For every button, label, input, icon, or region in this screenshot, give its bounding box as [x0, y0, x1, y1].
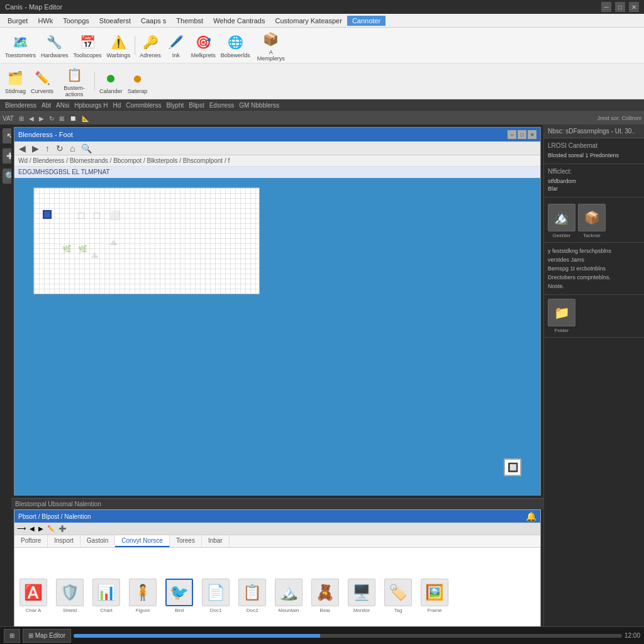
iw-tool-up[interactable]: ↑ [43, 143, 52, 154]
rs-thumb2-section: 📁 Folder [544, 295, 644, 338]
sub2-btn-4[interactable]: ▶ [39, 115, 44, 122]
asset-thumb-5: 📄 [202, 579, 230, 606]
asset-item-7[interactable]: 🏔️ Mountain [272, 579, 305, 616]
toolbar-icon-1: 🔧 [45, 32, 65, 52]
sub2-btn-3[interactable]: ◀ [29, 115, 34, 122]
toolbar2-divider [94, 72, 95, 91]
asset-tab-4[interactable]: Torees [170, 535, 202, 547]
asset-tab-2[interactable]: Gastoin [80, 535, 115, 547]
iw-tool-back[interactable]: ◀ [17, 143, 28, 154]
toolbar-group-6[interactable]: 🎯 Melkprets [191, 32, 216, 58]
asset-tab-5[interactable]: Inbar [202, 535, 230, 547]
asset-item-0[interactable]: 🅰️ Char A [17, 579, 50, 616]
toolbar2-group-3[interactable]: ● Calander [99, 68, 123, 94]
toolbar-icon-7: 🌐 [225, 32, 245, 52]
asset-tab-3[interactable]: Convyt Norsce [115, 535, 170, 547]
toolbar-group-8[interactable]: 📦 A Memplerys [255, 29, 287, 62]
toolbar-group-2[interactable]: 📅 Toolscopes [74, 32, 102, 58]
iw-tool-forward[interactable]: ▶ [30, 143, 41, 154]
sub-toolbar-item-9[interactable]: GM Nbbblerss [239, 102, 279, 109]
toolbar-label-2: Toolscopes [74, 52, 102, 58]
asset-panel-bell[interactable]: 🔔 [526, 511, 536, 521]
asset-tool-left[interactable]: ◀ [30, 525, 35, 532]
rs-list-item-2: Bemspg 1t ercbotnblns [548, 264, 640, 273]
map-minimap-icon[interactable]: 🔲 [504, 458, 521, 476]
sub-toolbar-item-2[interactable]: ANsi [56, 102, 69, 109]
menu-caaps[interactable]: Caaps s [136, 16, 171, 26]
toolbar-group-0[interactable]: 🗺️ Toestometrs [5, 32, 36, 58]
sub2-btn-1[interactable]: VAT [3, 115, 14, 122]
minimize-button[interactable]: ─ [601, 2, 611, 12]
asset-item-3[interactable]: 🧍 Figure [126, 579, 159, 616]
toolbar-group-3[interactable]: ⚠️ Warbings [107, 32, 131, 58]
sub-toolbar-item-3[interactable]: Hpbourgs H [74, 102, 108, 109]
menu-thembst[interactable]: Thembst [171, 16, 208, 26]
sub-toolbar-item-4[interactable]: Hd [113, 102, 121, 109]
asset-item-4[interactable]: 🐦 Bird [163, 579, 196, 616]
sub-toolbar-item-0[interactable]: Blenderess [5, 102, 36, 109]
asset-tab-1[interactable]: Insport [48, 535, 80, 547]
toolbar2-group-1[interactable]: ✏️ Curvents [31, 68, 53, 94]
iw-tool-refresh[interactable]: ↻ [54, 143, 65, 154]
toolbar-group-4[interactable]: 🔑 Adrenes [140, 32, 161, 58]
sub-toolbar-item-8[interactable]: Edsrress [209, 102, 234, 109]
iw-close-button[interactable]: ✕ [528, 130, 536, 139]
rs-thumb-0[interactable]: 🏔️ Geebter [548, 204, 575, 238]
quick-tools: ↖ ✚ 🔍 [0, 125, 11, 187]
asset-tool-right[interactable]: ▶ [38, 525, 43, 532]
asset-tool-add[interactable]: ➕ [58, 525, 66, 532]
sub2-btn-8[interactable]: 📐 [82, 115, 89, 122]
toolbar-group-7[interactable]: 🌐 Bobewerlds [221, 32, 250, 58]
iw-restore-button[interactable]: □ [518, 130, 526, 139]
asset-item-10[interactable]: 🏷️ Tag [382, 579, 414, 616]
asset-tab-0[interactable]: Poftore [14, 535, 48, 547]
iw-tool-home[interactable]: ⌂ [68, 143, 77, 154]
asset-tool-arrow[interactable]: ⟶ [17, 525, 26, 532]
rs-thumb-1[interactable]: 📦 Tackner [578, 204, 606, 238]
sub2-btn-2[interactable]: ⊞ [19, 115, 24, 122]
asset-item-9[interactable]: 🖥️ Monitor [345, 579, 378, 616]
sub2-btn-6[interactable]: ⊠ [59, 115, 64, 122]
toolbar2-label-2: Bustem-actions [58, 85, 90, 97]
sub-toolbar-item-5[interactable]: Commblerss [126, 102, 161, 109]
toolbar-icon-4: 🔑 [140, 32, 160, 52]
iw-minimize-button[interactable]: ─ [508, 130, 516, 139]
asset-tool-pencil[interactable]: ✏️ [47, 525, 55, 532]
map-marker-1 [43, 210, 52, 219]
menu-cannoter[interactable]: Cannoter [347, 16, 386, 26]
menu-wehde[interactable]: Wehde Cantrads [208, 16, 270, 26]
menu-toonpgs[interactable]: Toonpgs [58, 16, 94, 26]
breadcrumb-text: EDGJMHSDGBSL EL TLMPNAT [18, 169, 110, 175]
asset-item-2[interactable]: 📊 Chart [90, 579, 123, 616]
asset-name-3: Figure [136, 608, 150, 613]
sub-toolbar-item-6[interactable]: Blypht [166, 102, 184, 109]
asset-thumb-3: 🧍 [129, 579, 157, 606]
sub-toolbar-item-1[interactable]: Abt [42, 102, 51, 109]
asset-thumb-7: 🏔️ [275, 579, 303, 606]
toolbar2-group-4[interactable]: ● Saterap [128, 68, 148, 94]
app-title: Canis - Map Editor [5, 3, 601, 11]
taskbar-app-button[interactable]: ⊞ Map Editor [23, 629, 71, 643]
sub-toolbar-item-7[interactable]: Blipst [189, 102, 204, 109]
maximize-button[interactable]: □ [615, 2, 625, 12]
iw-tool-zoom-in[interactable]: 🔍 [79, 143, 94, 154]
toolbar2-group-0[interactable]: 🗂️ Stidmag [5, 68, 26, 94]
menu-stoeaferst[interactable]: Stoeaferst [94, 16, 136, 26]
sub2-btn-7[interactable]: 🔲 [69, 115, 77, 122]
close-button[interactable]: ✕ [629, 2, 639, 12]
asset-item-6[interactable]: 📋 Doc2 [236, 579, 269, 616]
asset-item-8[interactable]: 🧸 Bear [309, 579, 341, 616]
map-area[interactable]: □ □ ⬜ 🌿 🌿 ⛰️ ⛰️ 🔲 [14, 178, 540, 495]
asset-item-5[interactable]: 📄 Doc1 [199, 579, 232, 616]
menu-customary[interactable]: Customary Kateasper [270, 16, 347, 26]
menu-burget[interactable]: Burget [3, 16, 33, 26]
toolbar2-group-2[interactable]: 📋 Bustem-actions [58, 65, 90, 97]
sub2-btn-5[interactable]: ↻ [49, 115, 54, 122]
asset-item-1[interactable]: 🛡️ Shield [53, 579, 86, 616]
menu-hwk[interactable]: HWk [33, 16, 58, 26]
asset-item-11[interactable]: 🖼️ Frame [418, 579, 451, 616]
toolbar-group-1[interactable]: 🔧 Hardwares [41, 32, 69, 58]
start-button[interactable]: ⊞ [4, 629, 20, 643]
rs-thumb2[interactable]: 📁 Folder [548, 299, 575, 333]
toolbar-group-5[interactable]: 🖊️ Ink [166, 32, 186, 58]
